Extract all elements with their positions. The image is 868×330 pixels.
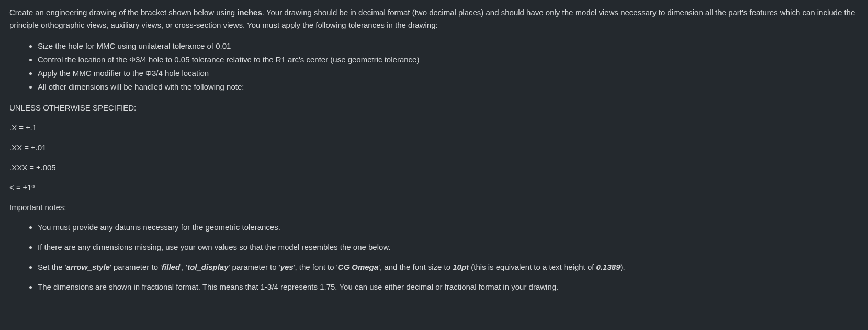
list-item: Set the 'arrow_style' parameter to 'fill…	[38, 261, 859, 273]
text: ', '	[180, 262, 187, 271]
text: (this is equivalent to a text height of	[469, 262, 596, 271]
spec-line: < = ±1º	[9, 181, 859, 194]
list-item: If there are any dimensions missing, use…	[38, 241, 859, 254]
param-cg-omega: CG Omega	[338, 262, 379, 271]
text: Set the '	[38, 262, 66, 271]
intro-text-1: Create an engineering drawing of the bra…	[9, 8, 237, 17]
spec-line: .XXX = ±.005	[9, 161, 859, 174]
text: ' parameter to '	[229, 262, 280, 271]
text: ', and the font size to	[378, 262, 453, 271]
list-item: Size the hole for MMC using unilateral t…	[38, 40, 859, 52]
tolerance-list: Size the hole for MMC using unilateral t…	[9, 40, 859, 93]
text: ' parameter to '	[110, 262, 162, 271]
param-filled: filled	[162, 262, 180, 271]
param-height: 0.1389	[596, 262, 621, 271]
important-heading: Important notes:	[9, 201, 859, 214]
param-10pt: 10pt	[453, 262, 469, 271]
spec-line: .XX = ±.01	[9, 141, 859, 154]
list-item: Apply the MMC modifier to the Φ3/4 hole …	[38, 67, 859, 80]
intro-paragraph: Create an engineering drawing of the bra…	[9, 6, 859, 31]
intro-inches: inches	[237, 8, 262, 17]
list-item: You must provide any datums necessary fo…	[38, 221, 859, 234]
list-item: All other dimensions will be handled wit…	[38, 81, 859, 93]
spec-line: .X = ±.1	[9, 122, 859, 134]
spec-heading: UNLESS OTHERWISE SPECIFIED:	[9, 102, 859, 114]
list-item: Control the location of the Φ3/4 hole to…	[38, 53, 859, 66]
text: ).	[620, 262, 625, 271]
text: ', the font to '	[294, 262, 338, 271]
list-item: The dimensions are shown in fractional f…	[38, 281, 859, 293]
param-arrow-style: arrow_style	[66, 262, 110, 271]
param-yes: yes	[280, 262, 294, 271]
important-list: You must provide any datums necessary fo…	[9, 221, 859, 293]
param-tol-display: tol_display	[187, 262, 228, 271]
